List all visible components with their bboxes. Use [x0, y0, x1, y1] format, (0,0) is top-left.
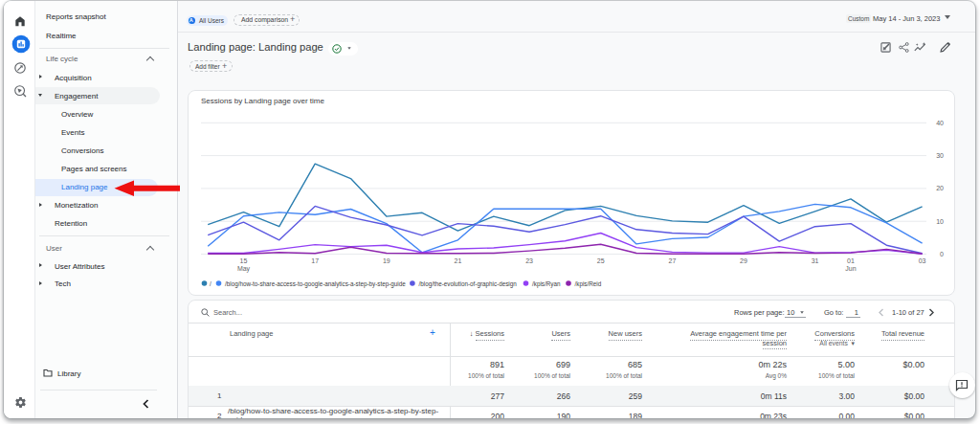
- svg-text:0: 0: [940, 251, 944, 257]
- svg-text:01: 01: [847, 257, 855, 264]
- svg-text:15: 15: [240, 257, 248, 264]
- svg-text:25: 25: [597, 257, 605, 264]
- svg-text:29: 29: [740, 257, 747, 264]
- svg-text:/blog/the-evolution-of-graphic: /blog/the-evolution-of-graphic-design: [419, 280, 518, 288]
- svg-text:40: 40: [936, 120, 944, 126]
- svg-text:/kpis/Reid: /kpis/Reid: [575, 280, 602, 288]
- svg-text:Jun: Jun: [845, 265, 856, 272]
- svg-text:19: 19: [383, 257, 390, 264]
- svg-text:/kpis/Ryan: /kpis/Ryan: [532, 280, 561, 288]
- svg-text:20: 20: [936, 185, 944, 191]
- svg-text:21: 21: [455, 257, 462, 264]
- svg-text:03: 03: [919, 257, 926, 264]
- svg-text:17: 17: [311, 257, 319, 264]
- svg-text:27: 27: [669, 257, 677, 264]
- svg-text:31: 31: [812, 257, 819, 264]
- svg-text:10: 10: [936, 218, 944, 225]
- svg-text:May: May: [237, 265, 251, 273]
- svg-text:/blog/how-to-share-access-to-g: /blog/how-to-share-access-to-google-anal…: [225, 280, 406, 288]
- svg-text:30: 30: [936, 152, 944, 159]
- svg-text:/: /: [210, 280, 212, 287]
- svg-text:23: 23: [525, 257, 533, 264]
